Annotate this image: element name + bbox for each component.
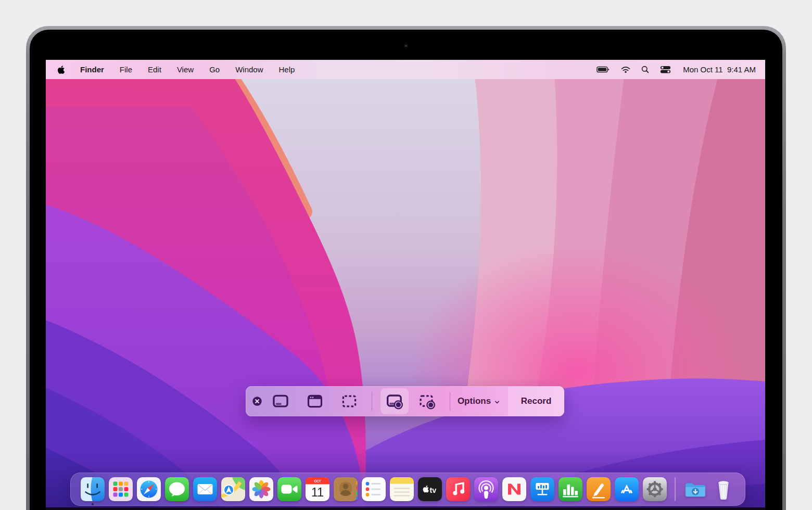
menu-help[interactable]: Help [279,65,295,74]
menu-window[interactable]: Window [235,65,263,74]
menu-edit[interactable]: Edit [148,65,161,74]
menu-view[interactable]: View [177,65,194,74]
webcam-icon [403,43,409,48]
menu-file[interactable]: File [120,65,132,74]
dock-photos-icon[interactable] [249,477,273,501]
dock-keynote-icon[interactable] [530,477,554,501]
menu-bar-clock[interactable]: Mon Oct 11 9:41 AM [683,65,756,74]
dock-music-icon[interactable] [446,477,470,501]
options-button[interactable]: Options [450,386,508,416]
menu-finder[interactable]: Finder [80,65,104,74]
battery-icon[interactable] [597,66,610,73]
screen-bottom-edge [46,507,765,510]
apple-menu[interactable] [57,65,65,74]
capture-selected-portion-icon[interactable] [337,388,361,414]
menu-go[interactable]: Go [209,65,220,74]
dock-downloads-folder-icon[interactable] [683,477,707,501]
control-center-icon[interactable] [660,66,671,73]
dock-reminders-icon[interactable] [362,477,386,501]
dock-app-store-icon[interactable] [615,477,639,501]
monterey-wallpaper [46,60,765,510]
screenshot-toolbar: Options Record [246,386,564,416]
wifi-icon[interactable] [621,66,630,73]
close-icon[interactable] [251,395,263,407]
dock-trash-icon[interactable] [712,477,735,501]
macbook-frame: FinderFileEditViewGoWindowHelp Mon Oct 1… [26,26,786,510]
dock-podcasts-icon[interactable] [474,477,498,501]
dock-separator [675,477,676,501]
record-label: Record [521,396,552,406]
record-button[interactable]: Record [508,386,564,416]
app-menus: FinderFileEditViewGoWindowHelp [80,65,295,74]
record-entire-screen-icon[interactable] [380,388,409,414]
status-bar: Mon Oct 11 9:41 AM [597,65,756,74]
dock-numbers-icon[interactable] [559,477,582,501]
status-icons [597,66,671,73]
capture-tool-group [269,388,361,414]
dock-facetime-icon[interactable] [277,477,301,501]
desktop-screen: FinderFileEditViewGoWindowHelp Mon Oct 1… [46,60,765,510]
dock-contacts-icon[interactable] [334,477,358,501]
dock-mail-icon[interactable] [193,477,217,501]
chevron-down-icon [493,399,501,406]
toolbar-divider [372,392,372,411]
capture-entire-screen-icon[interactable] [269,388,293,414]
dock-apple-tv-icon[interactable] [418,477,442,501]
dock-safari-icon[interactable] [137,477,161,501]
screen-bezel: FinderFileEditViewGoWindowHelp Mon Oct 1… [30,30,782,510]
dock-launchpad-icon[interactable] [109,477,133,501]
dock-notes-icon[interactable] [390,477,414,501]
dock-maps-icon[interactable] [221,477,245,501]
dock-system-preferences-icon[interactable] [643,477,667,501]
menu-bar: FinderFileEditViewGoWindowHelp Mon Oct 1… [46,60,765,79]
record-selected-portion-icon[interactable] [413,388,441,414]
dock-finder-icon[interactable] [81,477,105,501]
dock-news-icon[interactable] [502,477,526,501]
capture-selected-window-icon[interactable] [303,388,327,414]
dock-calendar-icon[interactable] [306,477,329,501]
dock [70,473,745,506]
dock-messages-icon[interactable] [165,477,189,501]
record-tool-group [380,388,441,414]
options-label: Options [458,396,491,406]
dock-pages-icon[interactable] [587,477,611,501]
search-icon[interactable] [641,66,649,73]
